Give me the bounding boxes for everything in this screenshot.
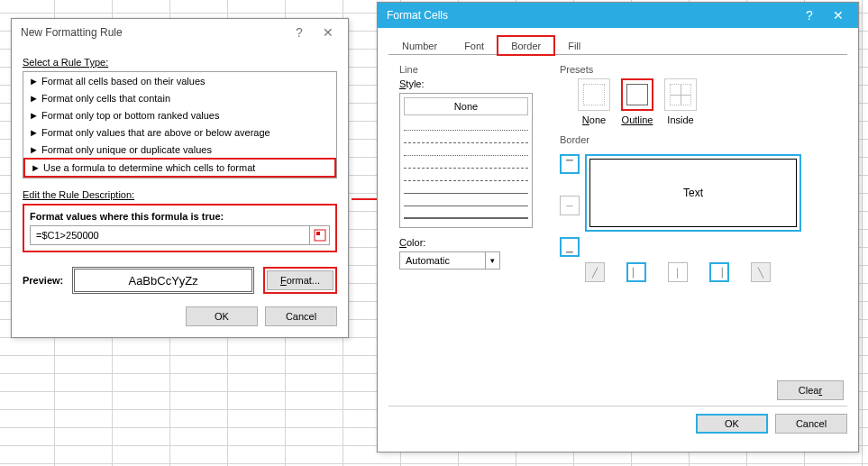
edit-description-label: Edit the Rule Description: xyxy=(23,189,337,200)
color-label: C xyxy=(399,237,407,248)
clear-button[interactable]: Clear xyxy=(777,380,844,400)
select-rule-type-label: Select a Rule Type: xyxy=(23,57,337,68)
preview-sample: AaBbCcYyZz xyxy=(72,267,254,294)
range-select-icon[interactable] xyxy=(309,226,329,244)
rule-type-item[interactable]: ► Format all cells based on their values xyxy=(23,72,336,89)
line-style-none[interactable]: None xyxy=(404,97,528,115)
formula-input-wrap xyxy=(30,225,330,245)
border-right-button[interactable]: ▕ xyxy=(709,262,729,282)
help-icon[interactable]: ? xyxy=(285,25,314,40)
preview-label: Preview: xyxy=(23,275,63,286)
preset-none[interactable]: None xyxy=(578,78,610,125)
format-button[interactable]: Format... xyxy=(267,270,333,290)
formula-input[interactable] xyxy=(31,226,309,244)
line-style-option[interactable] xyxy=(404,133,528,143)
cancel-button[interactable]: Cancel xyxy=(265,306,337,326)
border-middle-v-button[interactable]: │ xyxy=(668,262,688,282)
border-group-label: Border xyxy=(560,134,836,145)
line-style-option[interactable] xyxy=(404,146,528,156)
tab-border[interactable]: Border xyxy=(498,36,554,55)
color-dropdown[interactable]: Automatic ▾ xyxy=(399,251,500,270)
border-diag-down-button[interactable]: ╲ xyxy=(751,262,771,282)
close-icon[interactable]: ✕ xyxy=(824,8,853,23)
dialog-titlebar: New Formatting Rule ? ✕ xyxy=(12,19,348,46)
border-bottom-button[interactable]: ▁ xyxy=(560,237,580,257)
border-left-button[interactable]: ▏ xyxy=(626,262,646,282)
tab-font[interactable]: Font xyxy=(451,36,498,55)
dialog-title: Format Cells xyxy=(387,9,448,22)
svg-rect-1 xyxy=(316,232,320,235)
preset-outline[interactable]: Outline xyxy=(621,78,653,125)
chevron-down-icon: ▾ xyxy=(485,252,499,269)
format-cells-dialog: Format Cells ? ✕ Number Font Border Fill… xyxy=(377,2,859,452)
line-style-option[interactable] xyxy=(404,171,528,181)
line-style-option[interactable] xyxy=(404,196,528,206)
formula-label: Format values where this formula is true… xyxy=(30,211,330,222)
line-style-option[interactable] xyxy=(404,184,528,194)
line-style-option[interactable] xyxy=(404,209,528,219)
close-icon[interactable]: ✕ xyxy=(314,25,343,40)
rule-type-item[interactable]: ► Format only values that are above or b… xyxy=(23,123,336,141)
line-group-label: Line xyxy=(399,64,544,75)
color-value: Automatic xyxy=(400,255,485,266)
border-middle-h-button[interactable]: ─ xyxy=(560,196,580,215)
dialog-title: New Formatting Rule xyxy=(21,26,123,39)
border-top-button[interactable]: ▔ xyxy=(560,154,580,174)
rule-type-item[interactable]: ► Format only top or bottom ranked value… xyxy=(23,106,336,123)
ok-button[interactable]: OK xyxy=(186,306,258,326)
dialog-titlebar: Format Cells ? ✕ xyxy=(378,3,858,28)
rule-type-list[interactable]: ► Format all cells based on their values… xyxy=(23,71,337,178)
help-icon[interactable]: ? xyxy=(795,8,824,23)
rule-type-item[interactable]: ► Format only unique or duplicate values xyxy=(23,141,336,158)
rule-type-item-selected[interactable]: ► Use a formula to determine which cells… xyxy=(23,158,336,178)
line-style-list[interactable]: None xyxy=(399,93,533,228)
border-diag-up-button[interactable]: ╱ xyxy=(585,262,605,282)
border-preview: Text xyxy=(585,154,801,232)
ok-button[interactable]: OK xyxy=(696,414,768,434)
preset-inside[interactable]: Inside xyxy=(664,78,697,125)
tab-number[interactable]: Number xyxy=(388,36,451,55)
new-formatting-rule-dialog: New Formatting Rule ? ✕ Select a Rule Ty… xyxy=(11,18,349,338)
tab-fill[interactable]: Fill xyxy=(554,36,594,55)
tab-bar: Number Font Border Fill xyxy=(388,35,847,55)
presets-group-label: Presets xyxy=(560,64,836,75)
line-style-option[interactable] xyxy=(404,121,528,131)
line-style-option[interactable] xyxy=(404,159,528,169)
cancel-button[interactable]: Cancel xyxy=(775,414,847,434)
rule-type-item[interactable]: ► Format only cells that contain xyxy=(23,89,336,106)
